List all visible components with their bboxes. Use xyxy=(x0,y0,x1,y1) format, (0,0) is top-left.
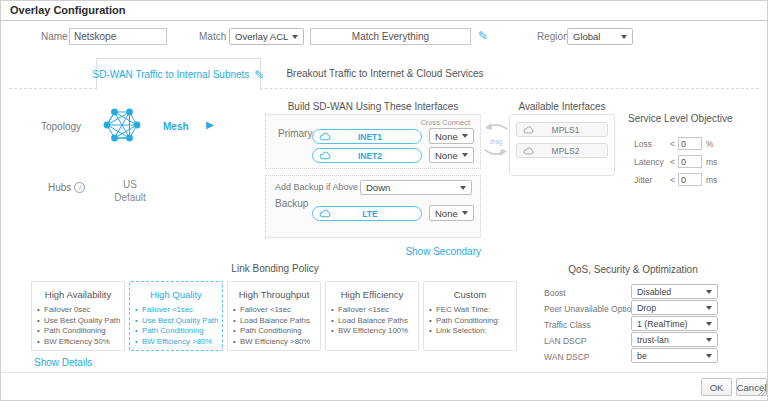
topology-next-arrow-icon[interactable]: ▶ xyxy=(206,119,214,130)
interface-name: INET2 xyxy=(331,151,409,161)
edit-match-pencil-icon[interactable]: ✎ xyxy=(478,30,488,42)
name-input[interactable] xyxy=(69,28,167,45)
interface-pill-mpls2[interactable]: MPLS2 xyxy=(516,143,608,158)
mesh-topology-icon xyxy=(101,104,143,150)
bonding-policy-cards: High Availability Failover 0sec Use Best… xyxy=(31,281,517,351)
region-select[interactable]: Global xyxy=(567,28,633,45)
card-feature: FEC Wait Time: xyxy=(429,305,516,316)
card-feature-list: FEC Wait Time: Path Conditioning: Link S… xyxy=(429,305,516,337)
card-feature: Path Conditioning xyxy=(233,326,320,337)
topology-mode-label: Mesh xyxy=(163,121,189,132)
interface-pill-inet2[interactable]: INET2 xyxy=(312,148,422,163)
drag-arrows-icon: drag xyxy=(483,120,509,163)
lan-dscp-select[interactable]: trust-lan xyxy=(631,332,718,347)
lan-dscp-label: LAN DSCP xyxy=(544,336,587,346)
cross-connect-value: None xyxy=(435,208,458,219)
card-feature: Use Best Quality Path xyxy=(37,316,124,327)
tab-sdwan-traffic[interactable]: SD-WAN Traffic to Internal Subnets ✎ xyxy=(96,58,261,90)
match-type-select[interactable]: Overlay ACL xyxy=(229,28,304,45)
bonding-card-high-availability[interactable]: High Availability Failover 0sec Use Best… xyxy=(31,281,125,351)
cross-connect-select-lte[interactable]: None xyxy=(429,205,474,221)
tab-breakout-label: Breakout Traffic to Internet & Cloud Ser… xyxy=(286,68,483,79)
boost-select[interactable]: Disabled xyxy=(631,284,718,299)
wan-dscp-label: WAN DSCP xyxy=(544,352,590,362)
bonding-card-custom[interactable]: Custom FEC Wait Time: Path Conditioning:… xyxy=(423,281,517,351)
build-section-title: Build SD-WAN Using These Interfaces xyxy=(265,101,481,112)
latency-input[interactable] xyxy=(678,155,702,168)
cross-connect-value: None xyxy=(435,150,458,161)
jitter-operator: < xyxy=(670,175,675,185)
interface-pill-mpls1[interactable]: MPLS1 xyxy=(516,122,608,137)
primary-interfaces-box: Primary Cross Connect INET1 None INET2 N… xyxy=(265,114,481,169)
interface-name: MPLS2 xyxy=(534,146,597,156)
cloud-icon xyxy=(319,151,331,160)
cross-connect-value: None xyxy=(435,131,458,142)
peer-unavailable-value: Drop xyxy=(637,303,656,313)
chevron-down-icon xyxy=(462,153,468,157)
card-feature: Use Best Quality Path xyxy=(135,316,222,327)
boost-label: Boost xyxy=(544,288,566,298)
primary-label: Primary xyxy=(278,128,312,139)
chevron-down-icon xyxy=(706,306,712,310)
peer-unavailable-select[interactable]: Drop xyxy=(631,300,718,315)
hubs-label-text: Hubs xyxy=(48,182,71,193)
show-secondary-link[interactable]: Show Secondary xyxy=(277,246,481,257)
loss-input[interactable] xyxy=(678,137,702,150)
info-icon[interactable]: i xyxy=(74,182,85,193)
wan-dscp-select[interactable]: be xyxy=(631,348,718,363)
bonding-card-high-throughput[interactable]: High Throughput Failover <1sec Load Bala… xyxy=(227,281,321,351)
loss-label: Loss xyxy=(634,139,670,149)
card-feature: BW Efficiency >80% xyxy=(135,337,222,348)
tab-breakout-traffic[interactable]: Breakout Traffic to Internet & Cloud Ser… xyxy=(259,58,511,89)
peer-unavailable-label: Peer Unavailable Option xyxy=(544,304,636,314)
ok-button[interactable]: OK xyxy=(701,378,732,396)
chevron-down-icon xyxy=(462,211,468,215)
jitter-unit: ms xyxy=(706,175,717,185)
traffic-class-select[interactable]: 1 (RealTime) xyxy=(631,316,718,331)
card-feature: BW Efficiency 100% xyxy=(331,326,418,337)
card-title: High Efficiency xyxy=(326,289,418,300)
latency-label: Latency xyxy=(634,157,670,167)
cross-connect-select-inet2[interactable]: None xyxy=(429,147,474,163)
hub-name: Default xyxy=(105,192,155,203)
chevron-down-icon xyxy=(706,290,712,294)
traffic-class-label: Traffic Class xyxy=(544,320,591,330)
card-feature-list: Failover <1sec Load Balance Paths BW Eff… xyxy=(331,305,418,337)
card-feature: Path Conditioning xyxy=(135,326,222,337)
available-interfaces-box: MPLS1 MPLS2 xyxy=(509,114,615,176)
loss-unit: % xyxy=(706,139,714,149)
latency-operator: < xyxy=(670,157,675,167)
edit-tab-pencil-icon[interactable]: ✎ xyxy=(254,69,264,81)
interface-name: LTE xyxy=(331,209,409,219)
interface-name: MPLS1 xyxy=(534,125,597,135)
link-bonding-policy-title: Link Bonding Policy xyxy=(31,263,519,274)
show-details-link[interactable]: Show Details xyxy=(34,357,92,368)
tab-sdwan-label: SD-WAN Traffic to Internal Subnets xyxy=(93,69,250,80)
drag-label: drag xyxy=(483,138,509,145)
card-feature: BW Efficiency 50% xyxy=(37,337,124,348)
cross-connect-select-inet1[interactable]: None xyxy=(429,128,474,144)
card-title: High Quality xyxy=(130,289,222,300)
cloud-icon xyxy=(319,132,331,141)
available-interfaces-title: Available Interfaces xyxy=(506,101,618,112)
match-value-input[interactable] xyxy=(310,28,471,45)
resize-handle[interactable] xyxy=(758,381,766,399)
cloud-icon xyxy=(523,147,534,155)
footer-separator xyxy=(1,372,767,373)
interface-pill-lte[interactable]: LTE xyxy=(312,206,422,221)
chevron-down-icon xyxy=(706,338,712,342)
interface-name: INET1 xyxy=(331,132,409,142)
card-feature: Path Conditioning xyxy=(37,326,124,337)
chevron-down-icon xyxy=(706,322,712,326)
interface-pill-inet1[interactable]: INET1 xyxy=(312,129,422,144)
region-label: Region xyxy=(537,31,569,42)
chevron-down-icon xyxy=(462,134,468,138)
name-label: Name xyxy=(41,31,68,42)
bonding-card-high-efficiency[interactable]: High Efficiency Failover <1sec Load Bala… xyxy=(325,281,419,351)
backup-condition-select[interactable]: Down xyxy=(360,180,472,195)
card-feature: Failover <1sec xyxy=(233,305,320,316)
jitter-input[interactable] xyxy=(678,173,702,186)
bonding-card-high-quality[interactable]: High Quality Failover <1sec Use Best Qua… xyxy=(129,281,223,351)
card-feature: Link Selection: xyxy=(429,326,516,337)
cloud-icon xyxy=(319,209,331,218)
